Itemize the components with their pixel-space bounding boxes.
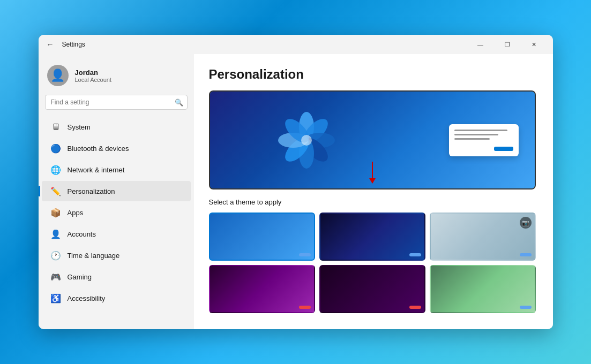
svg-point-8 bbox=[301, 135, 312, 146]
dialog-line-3 bbox=[454, 138, 490, 140]
preview-flower bbox=[274, 108, 339, 172]
page-title: Personalization bbox=[209, 67, 538, 82]
sidebar-item-network[interactable]: 🌐 Network & internet bbox=[42, 160, 191, 180]
sidebar-item-accounts[interactable]: 👤 Accounts bbox=[42, 224, 191, 244]
settings-window: ← Settings — ❐ ✕ 👤 Jordan Local Account bbox=[39, 35, 553, 329]
browse-theme-icon: 📷 bbox=[520, 217, 532, 229]
sidebar-item-label-network: Network & internet bbox=[68, 166, 125, 174]
sidebar-item-label-apps: Apps bbox=[68, 209, 84, 217]
minimize-button[interactable]: — bbox=[468, 37, 493, 52]
theme-mini-bar-5 bbox=[409, 306, 421, 309]
preview-dialog bbox=[449, 124, 519, 156]
theme-card-night[interactable] bbox=[319, 265, 425, 313]
maximize-button[interactable]: ❐ bbox=[495, 37, 520, 52]
sidebar-item-label-personalization: Personalization bbox=[68, 187, 115, 195]
theme-mini-bar-3 bbox=[520, 253, 532, 256]
search-icon: 🔍 bbox=[175, 98, 183, 107]
theme-card-dark[interactable] bbox=[319, 213, 425, 261]
window-controls: — ❐ ✕ bbox=[468, 37, 547, 52]
search-box: 🔍 bbox=[45, 95, 188, 110]
main-content: Personalization bbox=[194, 54, 553, 329]
theme-card-purple[interactable] bbox=[209, 265, 315, 313]
themes-grid: 📷 bbox=[209, 213, 536, 313]
arrow-down-icon bbox=[372, 162, 373, 183]
titlebar: ← Settings — ❐ ✕ bbox=[39, 35, 553, 54]
theme-mini-bar-2 bbox=[409, 253, 421, 256]
gaming-icon: 🎮 bbox=[50, 271, 61, 282]
sidebar-item-label-accessibility: Accessibility bbox=[68, 294, 106, 302]
titlebar-left: ← Settings bbox=[45, 39, 85, 50]
dialog-button bbox=[494, 147, 513, 151]
sidebar-item-label-gaming: Gaming bbox=[68, 273, 92, 281]
theme-preview-banner bbox=[209, 90, 536, 189]
dialog-line-2 bbox=[454, 134, 499, 135]
sidebar-item-label-system: System bbox=[68, 123, 91, 131]
theme-card-bloom[interactable]: 📷 bbox=[430, 213, 536, 261]
theme-mini-bar-4 bbox=[299, 306, 311, 309]
bluetooth-icon: 🔵 bbox=[50, 143, 61, 154]
sidebar-item-apps[interactable]: 📦 Apps bbox=[42, 202, 191, 223]
user-name: Jordan bbox=[75, 69, 112, 77]
sidebar-item-time[interactable]: 🕐 Time & language bbox=[42, 245, 191, 266]
search-input[interactable] bbox=[45, 95, 188, 110]
network-icon: 🌐 bbox=[50, 164, 61, 175]
dialog-line-1 bbox=[454, 130, 507, 131]
theme-mini-bar-1 bbox=[299, 253, 311, 256]
accessibility-icon: ♿ bbox=[50, 293, 61, 304]
user-info: Jordan Local Account bbox=[75, 69, 112, 83]
sidebar-item-personalization[interactable]: ✏️ Personalization bbox=[42, 181, 191, 201]
accounts-icon: 👤 bbox=[50, 229, 61, 239]
sidebar-item-gaming[interactable]: 🎮 Gaming bbox=[42, 267, 191, 287]
sidebar-item-accessibility[interactable]: ♿ Accessibility bbox=[42, 288, 191, 308]
apps-icon: 📦 bbox=[50, 207, 61, 218]
close-button[interactable]: ✕ bbox=[522, 37, 547, 52]
sidebar-item-label-time: Time & language bbox=[68, 252, 120, 260]
preview-wallpaper bbox=[210, 92, 535, 188]
back-button[interactable]: ← bbox=[45, 39, 56, 50]
avatar: 👤 bbox=[47, 65, 69, 86]
themes-label: Select a theme to apply bbox=[209, 198, 538, 206]
sidebar-item-label-bluetooth: Bluetooth & devices bbox=[68, 145, 129, 153]
user-account-type: Local Account bbox=[75, 77, 112, 83]
sidebar-item-label-accounts: Accounts bbox=[68, 230, 96, 238]
sidebar: 👤 Jordan Local Account 🔍 🖥 System 🔵 Blue… bbox=[39, 54, 194, 329]
system-icon: 🖥 bbox=[50, 122, 61, 132]
time-icon: 🕐 bbox=[50, 250, 61, 261]
arrow-indicator bbox=[372, 162, 373, 183]
theme-card-nature[interactable] bbox=[430, 265, 536, 313]
user-icon: 👤 bbox=[50, 69, 65, 82]
sidebar-item-system[interactable]: 🖥 System bbox=[42, 117, 191, 137]
theme-card-light[interactable] bbox=[209, 213, 315, 261]
sidebar-item-bluetooth[interactable]: 🔵 Bluetooth & devices bbox=[42, 138, 191, 158]
window-title: Settings bbox=[62, 41, 85, 48]
user-profile[interactable]: 👤 Jordan Local Account bbox=[39, 58, 194, 95]
personalization-icon: ✏️ bbox=[50, 186, 61, 196]
content-area: 👤 Jordan Local Account 🔍 🖥 System 🔵 Blue… bbox=[39, 54, 553, 329]
theme-mini-bar-6 bbox=[520, 306, 532, 309]
